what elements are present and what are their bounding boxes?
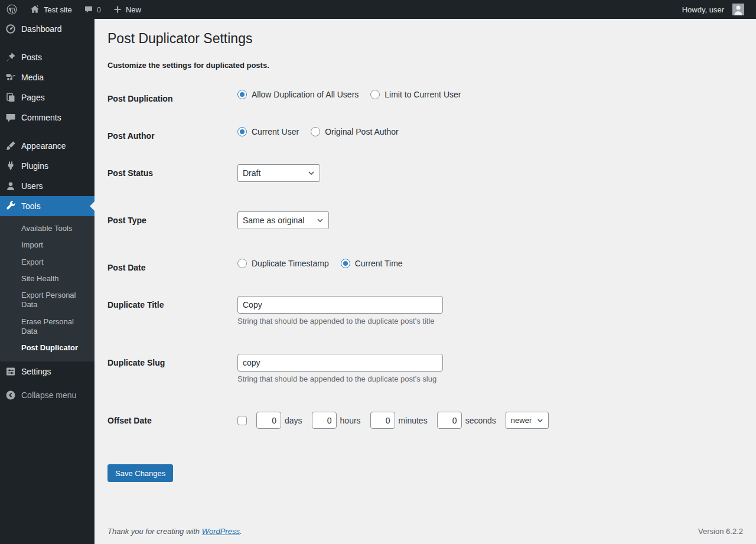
submenu-item-export[interactable]: Export (0, 254, 94, 271)
radio-label: Duplicate Timestamp (252, 259, 329, 268)
seconds-unit-label: seconds (465, 416, 496, 425)
media-icon (5, 71, 17, 83)
offset-seconds-input[interactable] (437, 412, 462, 429)
submenu-item-export-personal-data[interactable]: Export Personal Data (0, 287, 94, 314)
sidebar-item-users[interactable]: Users (0, 176, 94, 196)
duplicate-slug-row: Duplicate Slug String that should be app… (107, 354, 744, 383)
sidebar-item-appearance[interactable]: Appearance (0, 136, 94, 156)
sidebar-item-label: Settings (21, 367, 51, 376)
duplicate-slug-label: Duplicate Slug (107, 354, 237, 368)
submenu-item-available-tools[interactable]: Available Tools (0, 220, 94, 237)
collapse-menu-button[interactable]: Collapse menu (0, 385, 94, 405)
post-author-radio-current-user[interactable] (237, 127, 247, 136)
avatar (732, 4, 744, 15)
duplicate-title-help: String that should be appended to the du… (237, 317, 443, 325)
submenu-item-erase-personal-data[interactable]: Erase Personal Data (0, 314, 94, 340)
radio-label: Allow Duplication of All Users (252, 90, 359, 99)
sidebar-item-comments[interactable]: Comments (0, 108, 94, 128)
menu-separator (0, 128, 94, 136)
radio-label: Current User (252, 127, 299, 136)
sidebar-item-label: Plugins (21, 161, 48, 171)
sidebar-item-media[interactable]: Media (0, 67, 94, 87)
days-unit-label: days (285, 416, 302, 425)
sidebar-item-label: Users (21, 181, 43, 191)
sidebar-item-label: Dashboard (21, 24, 62, 34)
post-duplication-radio-all-users[interactable] (237, 90, 247, 99)
footer-thanks-suffix: . (240, 527, 242, 536)
admin-sidebar: Dashboard Posts Media Pages Comments App… (0, 19, 94, 544)
offset-hours-input[interactable] (312, 412, 337, 429)
offset-direction-select[interactable]: newer (506, 412, 549, 429)
post-date-row: Post Date Duplicate Timestamp Current Ti… (107, 259, 744, 273)
site-name-link[interactable]: Test site (24, 0, 78, 19)
comment-bubble-icon (84, 5, 93, 14)
submenu-item-site-health[interactable]: Site Health (0, 271, 94, 287)
dashboard-icon (5, 23, 17, 35)
footer-thanks-prefix: Thank you for creating with (107, 527, 202, 536)
sidebar-item-label: Posts (21, 53, 42, 62)
sidebar-item-tools[interactable]: Tools (0, 196, 94, 216)
sidebar-item-label: Pages (21, 93, 45, 102)
post-author-label: Post Author (107, 127, 237, 141)
post-duplication-radio-current-user[interactable] (370, 90, 380, 99)
post-status-select[interactable]: Draft (237, 164, 320, 182)
plug-icon (5, 160, 17, 172)
post-author-row: Post Author Current User Original Post A… (107, 127, 744, 141)
home-icon (30, 4, 40, 15)
save-changes-button[interactable]: Save Changes (107, 464, 173, 482)
post-status-label: Post Status (107, 164, 237, 178)
post-date-option-current-time[interactable]: Current Time (341, 259, 403, 268)
post-type-select[interactable]: Same as original (237, 211, 329, 229)
radio-label: Limit to Current User (384, 90, 461, 99)
radio-label: Original Post Author (325, 127, 399, 136)
sidebar-item-pages[interactable]: Pages (0, 87, 94, 108)
settings-sliders-icon (5, 366, 17, 377)
page-subtitle: Customize the settings for duplicated po… (107, 61, 744, 70)
duplicate-title-label: Duplicate Title (107, 296, 237, 310)
collapse-arrow-icon (5, 389, 17, 401)
main-content: Post Duplicator Settings Customize the s… (94, 0, 756, 544)
offset-date-checkbox[interactable] (237, 416, 247, 425)
post-duplication-label: Post Duplication (107, 90, 237, 104)
offset-days-input[interactable] (256, 412, 281, 429)
footer-thanks: Thank you for creating with WordPress. (107, 527, 242, 536)
post-author-radio-original-author[interactable] (311, 127, 320, 136)
comments-icon (5, 112, 17, 123)
new-content-menu[interactable]: New (107, 0, 147, 19)
footer-version: Version 6.2.2 (698, 527, 743, 536)
post-duplication-option-current-user[interactable]: Limit to Current User (370, 90, 461, 99)
paintbrush-icon (5, 140, 17, 152)
submenu-item-import[interactable]: Import (0, 237, 94, 253)
sidebar-item-label: Comments (21, 113, 61, 122)
minutes-unit-label: minutes (399, 416, 428, 425)
post-duplication-option-all-users[interactable]: Allow Duplication of All Users (237, 90, 359, 99)
post-author-option-current-user[interactable]: Current User (237, 127, 299, 136)
my-account-menu[interactable]: Howdy, user (676, 0, 750, 19)
wordpress-link[interactable]: WordPress (202, 527, 240, 536)
comments-counter[interactable]: 0 (78, 0, 107, 19)
sidebar-item-posts[interactable]: Posts (0, 47, 94, 67)
tools-submenu: Available Tools Import Export Site Healt… (0, 216, 94, 361)
duplicate-title-row: Duplicate Title String that should be ap… (107, 296, 744, 325)
footer: Thank you for creating with WordPress. V… (94, 527, 756, 544)
pages-icon (5, 92, 17, 103)
offset-minutes-input[interactable] (370, 412, 395, 429)
sidebar-item-settings[interactable]: Settings (0, 361, 94, 382)
new-label: New (126, 5, 141, 14)
post-status-row: Post Status Draft (107, 164, 744, 182)
post-date-option-duplicate-timestamp[interactable]: Duplicate Timestamp (237, 259, 329, 268)
duplicate-slug-input[interactable] (237, 354, 443, 372)
duplicate-title-input[interactable] (237, 296, 443, 314)
post-date-label: Post Date (107, 259, 237, 273)
post-author-option-original-author[interactable]: Original Post Author (311, 127, 399, 136)
pushpin-icon (5, 51, 17, 63)
sidebar-item-dashboard[interactable]: Dashboard (0, 19, 94, 39)
post-type-row: Post Type Same as original (107, 211, 744, 229)
post-date-radio-current-time[interactable] (341, 259, 350, 268)
howdy-label: Howdy, user (682, 5, 724, 14)
radio-label: Current Time (355, 259, 403, 268)
sidebar-item-plugins[interactable]: Plugins (0, 156, 94, 176)
wordpress-logo-menu[interactable] (0, 0, 24, 19)
submenu-item-post-duplicator[interactable]: Post Duplicator (0, 340, 94, 356)
post-date-radio-duplicate-timestamp[interactable] (237, 259, 247, 268)
